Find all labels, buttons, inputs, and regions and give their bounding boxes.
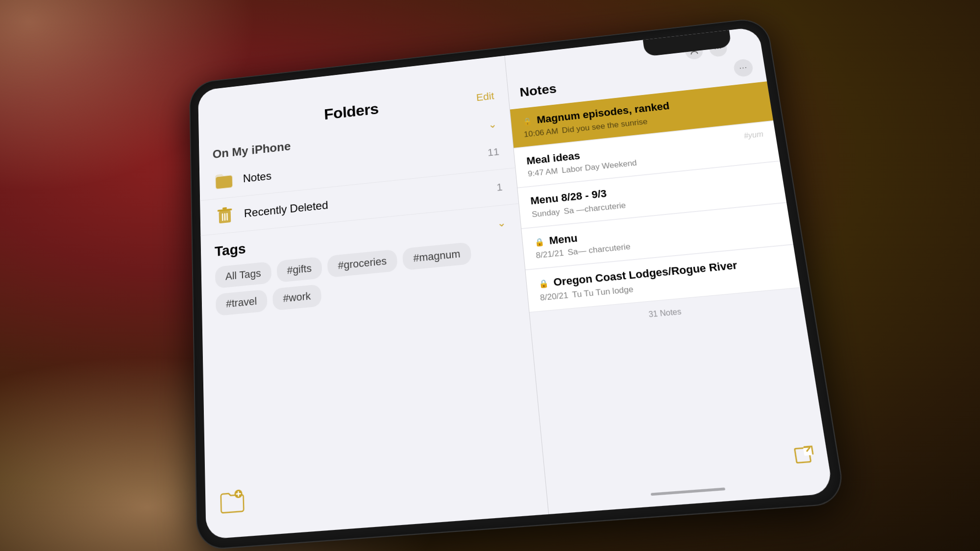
- notes-list: 🔒 Magnum episodes, ranked 10:06 AM Did y…: [510, 81, 831, 496]
- note-1-time: 10:06 AM: [523, 126, 559, 139]
- tags-title: Tags: [215, 240, 246, 259]
- home-indicator: [651, 487, 725, 496]
- note-5-lock-icon: 🔒: [539, 278, 549, 288]
- svg-line-9: [237, 494, 241, 494]
- notes-header-icons: ···: [733, 58, 754, 77]
- chevron-down-icon[interactable]: ⌄: [488, 118, 497, 130]
- new-folder-button[interactable]: [220, 489, 245, 517]
- tag-groceries[interactable]: #groceries: [327, 249, 397, 277]
- phone-device: ··· Folders Edit On My iPhone ⌄: [190, 18, 845, 550]
- note-3-time: Sunday: [531, 207, 560, 219]
- phone-screen: ··· Folders Edit On My iPhone ⌄: [198, 26, 833, 539]
- note-5-time: 8/20/21: [539, 290, 568, 303]
- note-2-tag-thumb: #yum: [743, 130, 764, 140]
- trash-icon: [214, 203, 236, 227]
- tag-work[interactable]: #work: [272, 284, 322, 311]
- notes-count-label: 31 Notes: [648, 307, 682, 318]
- notes-more-button[interactable]: ···: [733, 58, 754, 77]
- note-4-time: 8/21/21: [536, 248, 564, 261]
- folder-recently-deleted-count: 1: [496, 181, 503, 193]
- note-2-time: 9:47 AM: [527, 167, 558, 179]
- tag-magnum[interactable]: #magnum: [402, 242, 472, 270]
- folder-icon: [213, 168, 235, 192]
- note-4-title: Menu: [548, 231, 578, 248]
- notes-more-icon: ···: [739, 63, 748, 72]
- folder-notes-count: 11: [487, 145, 500, 159]
- folders-panel: Folders Edit On My iPhone ⌄: [198, 55, 549, 539]
- edit-button[interactable]: Edit: [476, 90, 494, 103]
- tag-travel[interactable]: #travel: [216, 289, 268, 316]
- note-4-title-row: 🔒 Menu: [534, 231, 578, 249]
- compose-button[interactable]: [792, 444, 816, 468]
- tag-all-tags[interactable]: All Tags: [215, 261, 271, 288]
- tags-chevron-icon[interactable]: ⌄: [496, 216, 506, 230]
- tag-gifts[interactable]: #gifts: [276, 256, 322, 282]
- note-1-lock-icon: 🔒: [522, 116, 533, 126]
- svg-rect-3: [222, 207, 227, 209]
- folders-title: Folders: [324, 100, 379, 123]
- notes-panel-title: Notes: [519, 81, 557, 99]
- note-4-lock-icon: 🔒: [534, 237, 545, 246]
